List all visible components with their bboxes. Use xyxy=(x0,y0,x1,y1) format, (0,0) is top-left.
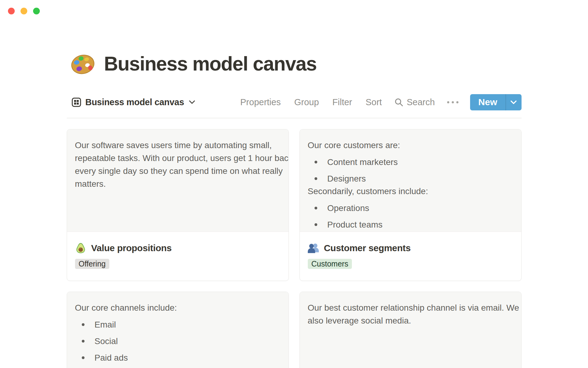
preview-text-line: matters. xyxy=(75,178,281,190)
gallery-card[interactable]: Our best customer relationship channel i… xyxy=(300,292,522,368)
new-button[interactable]: New xyxy=(470,94,506,110)
toolbar: PropertiesGroupFilterSort Search New xyxy=(240,94,522,110)
avocado-emoji-icon xyxy=(75,242,86,254)
toolbar-actions: PropertiesGroupFilterSort xyxy=(240,97,382,107)
card-body: Customer segmentsCustomers xyxy=(300,232,521,269)
preview-text-line: every single day so they can spend time … xyxy=(75,165,281,178)
page-content: Business model canvas Business model can… xyxy=(67,49,522,368)
view-switcher[interactable]: Business model canvas xyxy=(67,97,195,107)
preview-text-line: repeatable tasks. With our product, user… xyxy=(75,152,281,165)
new-button-group: New xyxy=(470,94,522,110)
gallery-card[interactable]: Our software saves users time by automat… xyxy=(67,129,289,281)
minimize-window-button[interactable] xyxy=(21,8,27,14)
preview-bullet-item: Paid ads xyxy=(75,351,281,364)
preview-bullet-list: EmailSocialPaid ads xyxy=(75,318,281,364)
preview-bullet-item: Product teams xyxy=(308,218,513,231)
view-toolbar: Business model canvas PropertiesGroupFil… xyxy=(67,94,522,110)
gallery-grid: Our software saves users time by automat… xyxy=(67,129,522,368)
toolbar-item-sort[interactable]: Sort xyxy=(366,97,382,107)
toolbar-item-filter[interactable]: Filter xyxy=(332,97,352,107)
card-preview: Our core customers are:Content marketers… xyxy=(300,129,521,232)
gallery-view-icon xyxy=(72,98,81,107)
card-preview: Our software saves users time by automat… xyxy=(67,129,288,232)
card-title: Value propositions xyxy=(91,243,172,253)
chevron-down-icon xyxy=(511,100,517,104)
card-title: Customer segments xyxy=(324,243,411,253)
chevron-down-icon xyxy=(188,99,195,105)
page-title[interactable]: Business model canvas xyxy=(104,52,317,75)
card-tag[interactable]: Offering xyxy=(75,259,109,269)
preview-text-line: Our core channels include: xyxy=(75,301,281,314)
card-title-row: Customer segments xyxy=(308,242,513,254)
gallery-card[interactable]: Our core channels include:EmailSocialPai… xyxy=(67,292,289,368)
toolbar-divider xyxy=(67,118,522,118)
preview-bullet-item: Social xyxy=(75,335,281,347)
view-name: Business model canvas xyxy=(85,97,184,107)
preview-bullet-item: Operations xyxy=(308,202,513,214)
preview-paragraph: Secondarily, customers include: xyxy=(308,185,513,198)
card-title-row: Value propositions xyxy=(75,242,281,254)
page-header: Business model canvas xyxy=(67,49,522,79)
close-window-button[interactable] xyxy=(8,8,15,14)
preview-text-line: also leverage social media. xyxy=(308,314,513,327)
toolbar-item-group[interactable]: Group xyxy=(294,97,319,107)
preview-paragraph: Our software saves users time by automat… xyxy=(75,139,281,190)
preview-text-line: Our core customers are: xyxy=(308,139,513,152)
preview-paragraph: Our core channels include: xyxy=(75,301,281,314)
preview-bullet-item: Designers xyxy=(308,172,513,185)
preview-bullet-item: Email xyxy=(75,318,281,331)
preview-text-line: Our best customer relationship channel i… xyxy=(308,301,513,314)
more-options-button[interactable] xyxy=(447,98,459,106)
preview-bullet-item: Content marketers xyxy=(308,156,513,168)
preview-text-line: Our software saves users time by automat… xyxy=(75,139,281,152)
search-icon xyxy=(395,98,403,106)
preview-paragraph: Our core customers are: xyxy=(308,139,513,152)
search-label: Search xyxy=(407,97,435,107)
preview-bullet-list: OperationsProduct teams xyxy=(308,202,513,231)
zoom-window-button[interactable] xyxy=(33,8,40,14)
palette-emoji-icon[interactable] xyxy=(70,52,96,75)
card-preview: Our best customer relationship channel i… xyxy=(300,292,521,368)
preview-bullet-list: Content marketersDesigners xyxy=(308,156,513,185)
notion-window: Business model canvas Business model can… xyxy=(0,49,588,368)
people-emoji-icon xyxy=(308,242,319,254)
gallery-card[interactable]: Our core customers are:Content marketers… xyxy=(300,129,522,281)
toolbar-item-properties[interactable]: Properties xyxy=(240,97,281,107)
preview-text-line: Secondarily, customers include: xyxy=(308,185,513,198)
preview-paragraph: Our best customer relationship channel i… xyxy=(308,301,513,327)
ellipsis-icon xyxy=(447,101,449,103)
card-preview: Our core channels include:EmailSocialPai… xyxy=(67,292,288,368)
window-controls xyxy=(8,8,40,14)
card-tag[interactable]: Customers xyxy=(308,259,352,269)
new-dropdown-button[interactable] xyxy=(506,94,522,110)
search-button[interactable]: Search xyxy=(395,97,435,107)
card-body: Value propositionsOffering xyxy=(67,232,288,269)
